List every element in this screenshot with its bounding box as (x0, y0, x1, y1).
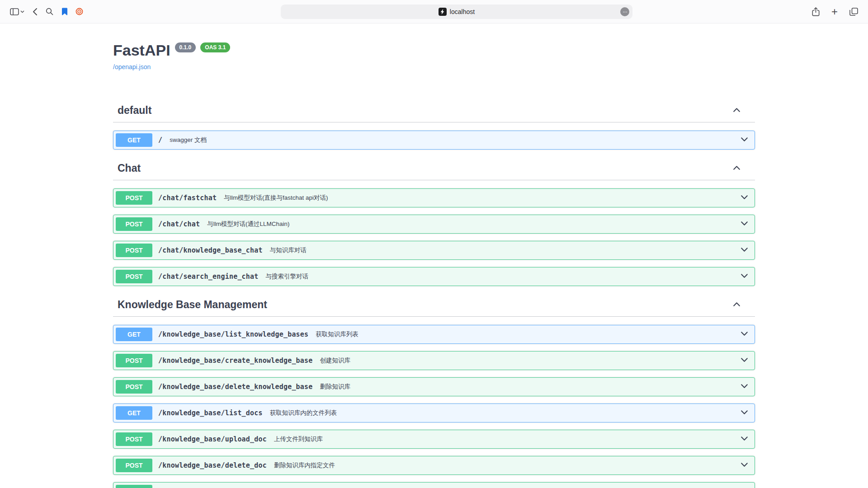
endpoint-path: /knowledge_base/upload_doc (158, 435, 267, 443)
expand-endpoint-button[interactable] (740, 219, 749, 230)
expand-endpoint-button[interactable] (740, 460, 749, 471)
endpoint-path: / (158, 136, 162, 144)
api-tag-section: Knowledge Base Management GET /knowledge… (113, 293, 755, 488)
method-badge: POST (116, 432, 152, 446)
endpoint-row[interactable]: POST /chat/search_engine_chat 与搜索引擎对话 (113, 267, 755, 286)
endpoint-path: /chat/knowledge_base_chat (158, 246, 263, 254)
endpoint-path: /knowledge_base/delete_doc (158, 461, 267, 469)
endpoint-path: /knowledge_base/list_knowledge_bases (158, 330, 308, 338)
page-title: FastAPI 0.1.0 OAS 3.1 (113, 42, 755, 59)
toolbar-center-group: localhost ··· (126, 5, 788, 19)
chevron-up-icon (732, 300, 741, 310)
endpoint-row[interactable]: GET /knowledge_base/list_docs 获取知识库内的文件列… (113, 404, 755, 422)
share-button[interactable] (810, 5, 821, 18)
expand-endpoint-button[interactable] (740, 135, 749, 145)
page-settings-icon[interactable]: ··· (620, 7, 629, 16)
endpoint-description: 与llm模型对话(直接与fastchat api对话) (224, 194, 328, 202)
endpoint-description: 获取知识库内的文件列表 (270, 409, 337, 417)
chevron-down-icon (740, 460, 749, 471)
expand-endpoint-button[interactable] (740, 486, 749, 488)
chevron-down-icon (740, 192, 749, 203)
expand-endpoint-button[interactable] (740, 329, 749, 340)
endpoint-path: /chat/fastchat (158, 194, 217, 202)
section-endpoints: POST /chat/fastchat 与llm模型对话(直接与fastchat… (113, 180, 755, 286)
endpoint-row[interactable]: POST /chat/chat 与llm模型对话(通过LLMChain) (113, 215, 755, 234)
sidebar-toggle-button[interactable] (8, 6, 26, 17)
back-button[interactable] (31, 6, 39, 18)
collapse-section-button[interactable] (732, 105, 741, 116)
api-info: FastAPI 0.1.0 OAS 3.1 /openapi.json (113, 42, 755, 71)
expand-endpoint-button[interactable] (740, 381, 749, 392)
endpoint-description: 创建知识库 (320, 357, 351, 365)
chevron-down-icon (740, 219, 749, 230)
expand-endpoint-button[interactable] (740, 271, 749, 282)
endpoint-row[interactable]: POST /chat/knowledge_base_chat 与知识库对话 (113, 241, 755, 260)
swagger-content: FastAPI 0.1.0 OAS 3.1 /openapi.json defa… (104, 42, 764, 488)
method-badge: POST (116, 217, 152, 231)
endpoint-row[interactable]: GET /knowledge_base/list_knowledge_bases… (113, 325, 755, 344)
endpoint-path: /chat/search_engine_chat (158, 272, 259, 281)
section-endpoints: GET /knowledge_base/list_knowledge_bases… (113, 317, 755, 488)
endpoint-row[interactable]: POST /knowledge_base/create_knowledge_ba… (113, 351, 755, 370)
collapse-section-button[interactable] (732, 300, 741, 310)
endpoint-path: /knowledge_base/list_docs (158, 409, 263, 417)
chevron-down-icon (740, 329, 749, 340)
section-title: default (118, 104, 151, 117)
method-badge: POST (116, 191, 152, 205)
chevron-down-icon (740, 271, 749, 282)
endpoint-row[interactable]: POST /chat/fastchat 与llm模型对话(直接与fastchat… (113, 188, 755, 207)
method-badge: GET (116, 133, 152, 147)
plus-icon: + (831, 7, 838, 16)
method-badge: GET (116, 328, 152, 341)
chevron-down-icon (740, 381, 749, 392)
extension-bookmark-icon[interactable] (60, 6, 70, 17)
endpoint-description: 删除知识库 (320, 383, 351, 391)
tab-overview-button[interactable] (848, 6, 860, 18)
expand-endpoint-button[interactable] (740, 434, 749, 445)
extension-target-icon[interactable] (74, 6, 85, 17)
expand-endpoint-button[interactable] (740, 408, 749, 418)
endpoint-path: /knowledge_base/delete_knowledge_base (158, 383, 313, 391)
chevron-down-icon (740, 135, 749, 145)
chevron-down-icon (740, 245, 749, 256)
address-bar[interactable]: localhost ··· (281, 5, 632, 19)
url-text: localhost (450, 8, 475, 15)
section-title: Chat (118, 162, 141, 174)
tag-header[interactable]: Chat (113, 157, 755, 180)
method-badge: POST (116, 270, 152, 283)
endpoint-row[interactable]: GET / swagger 文档 (113, 131, 755, 150)
api-title-text: FastAPI (113, 42, 170, 59)
section-title: Knowledge Base Management (118, 299, 267, 311)
endpoint-row[interactable]: POST /knowledge_base/delete_knowledge_ba… (113, 377, 755, 396)
method-badge: POST (116, 380, 152, 394)
expand-endpoint-button[interactable] (740, 355, 749, 366)
toolbar-left-group (8, 6, 126, 18)
chevron-down-icon (740, 486, 749, 488)
endpoint-description: swagger 文档 (170, 136, 207, 144)
toolbar-right-group: + (788, 5, 860, 18)
endpoint-row[interactable]: POST /knowledge_base/delete_doc 删除知识库内指定… (113, 456, 755, 475)
chevron-down-icon (740, 434, 749, 445)
endpoint-description: 与llm模型对话(通过LLMChain) (207, 220, 289, 228)
collapse-section-button[interactable] (732, 163, 741, 174)
endpoint-description: 与搜索引擎对话 (266, 272, 309, 281)
browser-toolbar: localhost ··· + (0, 0, 868, 23)
method-badge: POST (116, 354, 152, 367)
tag-header[interactable]: Knowledge Base Management (113, 293, 755, 317)
openapi-spec-link[interactable]: /openapi.json (113, 63, 151, 70)
api-tag-section: Chat POST /chat/fastchat 与llm模型对话(直接与fas… (113, 157, 755, 286)
endpoint-description: 与知识库对话 (270, 246, 307, 254)
api-tag-section: default GET / swagger 文档 (113, 99, 755, 150)
version-badge: 0.1.0 (175, 42, 196, 52)
method-badge: POST (116, 485, 152, 488)
endpoint-description: 上传文件到知识库 (274, 435, 323, 443)
expand-endpoint-button[interactable] (740, 192, 749, 203)
endpoint-row[interactable]: POST /knowledge_base/update_doc 更新现有文件到知… (113, 482, 755, 488)
endpoint-row[interactable]: POST /knowledge_base/upload_doc 上传文件到知识库 (113, 430, 755, 449)
tag-header[interactable]: default (113, 99, 755, 122)
expand-endpoint-button[interactable] (740, 245, 749, 256)
new-tab-button[interactable]: + (830, 5, 840, 18)
chevron-down-icon (740, 355, 749, 366)
api-sections: default GET / swagger 文档 Chat (113, 99, 755, 488)
search-icon-button[interactable] (44, 6, 55, 17)
